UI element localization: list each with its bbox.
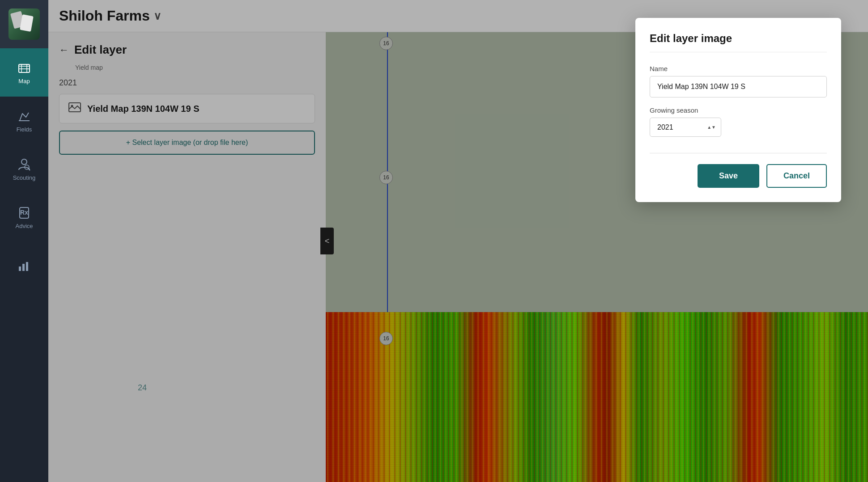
sidebar-item-label-map: Map [18,78,30,85]
svg-rect-6 [19,266,21,271]
svg-text:Rx: Rx [20,209,28,216]
svg-rect-0 [19,64,30,72]
sidebar-nav: Map Fields Scouting [0,48,48,482]
analytics-icon [17,258,31,273]
map-icon [17,61,31,75]
modal-season-select[interactable]: 2019 2020 2021 2022 2023 [650,118,721,137]
scouting-icon [17,157,31,172]
sidebar-logo [0,0,48,48]
modal-name-input[interactable] [650,76,827,97]
sidebar-item-fields[interactable]: Fields [0,97,48,145]
modal-season-select-wrapper: 2019 2020 2021 2022 2023 [650,118,721,137]
edit-layer-image-modal: Edit layer image Name Growing season 201… [635,18,841,202]
main-area: Shiloh Farms ∨ 16 16 16 ← Edit layer Yie… [48,0,868,482]
save-button[interactable]: Save [698,164,759,188]
sidebar-item-analytics[interactable] [0,241,48,290]
cancel-button[interactable]: Cancel [766,164,827,188]
modal-buttons: Save Cancel [650,164,827,188]
advice-icon: Rx [17,206,31,220]
fields-icon [17,109,31,123]
sidebar-item-label-scouting: Scouting [13,174,36,181]
sidebar-item-scouting[interactable]: Scouting [0,145,48,193]
sidebar-item-label-fields: Fields [17,126,32,133]
app-logo [9,8,40,40]
modal-divider [650,153,827,153]
sidebar: Map Fields Scouting [0,0,48,482]
svg-rect-8 [26,262,28,271]
modal-title: Edit layer image [650,32,827,52]
svg-point-1 [21,159,27,165]
modal-overlay: Edit layer image Name Growing season 201… [48,0,868,482]
sidebar-item-advice[interactable]: Rx Advice [0,193,48,241]
sidebar-item-map[interactable]: Map [0,48,48,97]
sidebar-item-label-advice: Advice [15,223,33,229]
svg-rect-7 [22,264,25,271]
modal-growing-season-label: Growing season [650,106,827,114]
modal-name-label: Name [650,65,827,72]
